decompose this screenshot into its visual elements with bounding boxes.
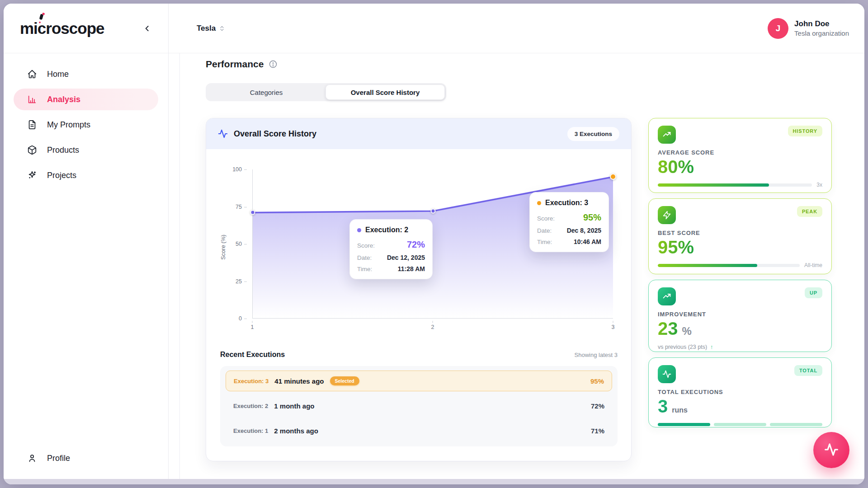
- segment-2: [714, 423, 766, 426]
- stat-value: 3: [658, 396, 668, 417]
- tooltip-score-label: Score:: [357, 242, 375, 249]
- x-tick-3: 3: [612, 321, 615, 330]
- tooltip-score-value: 95%: [583, 212, 601, 223]
- progress-bar: [658, 183, 812, 187]
- stat-value: 80%: [658, 156, 694, 177]
- stat-value: 95%: [658, 237, 694, 258]
- up-badge: UP: [805, 287, 822, 298]
- history-badge: HISTORY: [788, 126, 822, 136]
- chevron-left-icon: [143, 24, 152, 33]
- tooltip-score-value: 72%: [407, 239, 425, 250]
- sidebar-item-projects[interactable]: Projects: [14, 164, 158, 186]
- workspace-switcher[interactable]: Tesla: [197, 24, 225, 33]
- stat-label: BEST SCORE: [658, 230, 822, 236]
- tooltip-time-value: 11:28 AM: [398, 265, 425, 272]
- tooltip-date-label: Date:: [537, 227, 552, 234]
- stat-label: TOTAL EXECUTIONS: [658, 389, 822, 395]
- fab-analysis-button[interactable]: [813, 432, 849, 468]
- tooltip-execution-2: Execution: 2 Score:72% Date:Dec 12, 2025…: [349, 219, 433, 279]
- sidebar-item-label: Home: [47, 70, 69, 79]
- bar-chart-icon: [27, 94, 37, 104]
- zap-icon: [658, 206, 676, 224]
- user-icon: [27, 453, 37, 463]
- data-point-3[interactable]: [610, 174, 616, 180]
- executions-count-badge: 3 Executions: [567, 127, 619, 141]
- line-chart: Execution: 2 Score:72% Date:Dec 12, 2025…: [252, 169, 613, 319]
- sidebar-item-products[interactable]: Products: [14, 139, 158, 161]
- execution-row-2[interactable]: Execution: 2 1 month ago 72%: [226, 395, 612, 416]
- logo-text-post: roscope: [46, 19, 104, 37]
- total-badge: TOTAL: [794, 365, 822, 376]
- tooltip-execution-3: Execution: 3 Score:95% Date:Dec 8, 2025 …: [529, 192, 609, 252]
- tooltip-score-label: Score:: [537, 215, 555, 222]
- chart-plot-area: Score (%) 0255075100: [206, 149, 631, 330]
- file-text-icon: [27, 120, 37, 130]
- info-icon[interactable]: [269, 60, 278, 69]
- segment-1: [658, 423, 710, 426]
- execution-score: 72%: [591, 402, 604, 410]
- stat-card-average-score: HISTORY AVERAGE SCORE 80% 3x: [648, 118, 832, 193]
- x-axis-ticks: 123: [252, 321, 613, 333]
- tooltip-title: Execution: 2: [357, 226, 425, 234]
- chart-title: Overall Score History: [234, 129, 561, 139]
- tooltip-time-value: 10:46 AM: [574, 238, 601, 245]
- sidebar-header: microscope: [4, 4, 168, 53]
- avatar: J: [768, 18, 788, 39]
- stat-suffix: %: [682, 325, 692, 338]
- sidebar-collapse-button[interactable]: [140, 21, 155, 36]
- logo-text-pre: mi: [20, 19, 38, 37]
- sidebar-item-profile[interactable]: Profile: [14, 447, 158, 469]
- arrow-up-icon: ↑: [710, 343, 713, 350]
- stat-label: IMPROVEMENT: [658, 311, 822, 318]
- activity-icon: [218, 129, 228, 139]
- tooltip-date-value: Dec 12, 2025: [387, 254, 425, 261]
- stat-suffix: runs: [672, 406, 688, 414]
- y-tick-100: 100: [232, 166, 247, 173]
- improvement-footnote: vs previous (23 pts)↑: [658, 343, 822, 350]
- topbar: Tesla J John Doe Tesla organization: [169, 4, 864, 53]
- execution-id: Execution: 2: [233, 403, 268, 409]
- app-window: microscope Home Analysis My Prompts Prod…: [4, 4, 864, 484]
- sidebar-item-analysis[interactable]: Analysis: [14, 89, 158, 110]
- user-menu[interactable]: J John Doe Tesla organization: [768, 18, 849, 39]
- window-bottom-strip: [4, 479, 864, 484]
- progress-fill: [658, 264, 757, 267]
- chevrons-up-down-icon: [219, 25, 225, 32]
- execution-id: Execution: 3: [234, 378, 269, 385]
- sidebar-item-home[interactable]: Home: [14, 63, 158, 85]
- execution-score: 95%: [590, 377, 604, 385]
- app-logo: microscope: [20, 20, 104, 36]
- point-dot-icon: [537, 201, 541, 205]
- bar-note: 3x: [816, 182, 822, 188]
- x-tick-2: 2: [431, 321, 434, 330]
- execution-score: 71%: [591, 427, 604, 435]
- recent-executions-header: Recent Executions Showing latest 3: [220, 351, 618, 359]
- x-tick-1: 1: [251, 321, 254, 330]
- user-name: John Doe: [794, 19, 849, 29]
- stat-card-improvement: UP IMPROVEMENT 23% vs previous (23 pts)↑: [648, 280, 832, 352]
- sidebar-nav: Home Analysis My Prompts Products Projec…: [4, 63, 168, 186]
- sidebar-item-label: Analysis: [47, 95, 80, 104]
- chart-card-header: Overall Score History 3 Executions: [206, 118, 631, 149]
- page-title: Performance: [206, 59, 264, 70]
- segmented-progress-bar: [658, 423, 822, 426]
- sidebar-item-label: Projects: [47, 171, 76, 180]
- tab-overall-score-history[interactable]: Overall Score History: [326, 84, 445, 100]
- data-point-2[interactable]: [430, 209, 435, 214]
- selected-badge: Selected: [330, 376, 359, 385]
- execution-row-1[interactable]: Execution: 1 2 months ago 71%: [226, 420, 612, 441]
- recent-executions-title: Recent Executions: [220, 351, 285, 359]
- peak-badge: PEAK: [797, 206, 822, 217]
- showing-latest-label: Showing latest 3: [575, 352, 618, 358]
- stat-label: AVERAGE SCORE: [658, 149, 822, 156]
- stat-value: 23: [658, 318, 678, 339]
- stat-card-total-executions: TOTAL TOTAL EXECUTIONS 3runs: [648, 357, 832, 427]
- data-point-1[interactable]: [250, 210, 255, 215]
- execution-time-ago: 1 month ago: [274, 402, 314, 410]
- sidebar-item-label: My Prompts: [47, 120, 90, 130]
- tab-categories[interactable]: Categories: [207, 84, 326, 100]
- execution-row-3[interactable]: Execution: 3 41 minutes ago Selected 95%: [226, 371, 612, 391]
- main-content: Performance Categories Overall Score His…: [179, 53, 864, 479]
- trending-up-icon: [658, 287, 676, 305]
- sidebar-item-my-prompts[interactable]: My Prompts: [14, 114, 158, 136]
